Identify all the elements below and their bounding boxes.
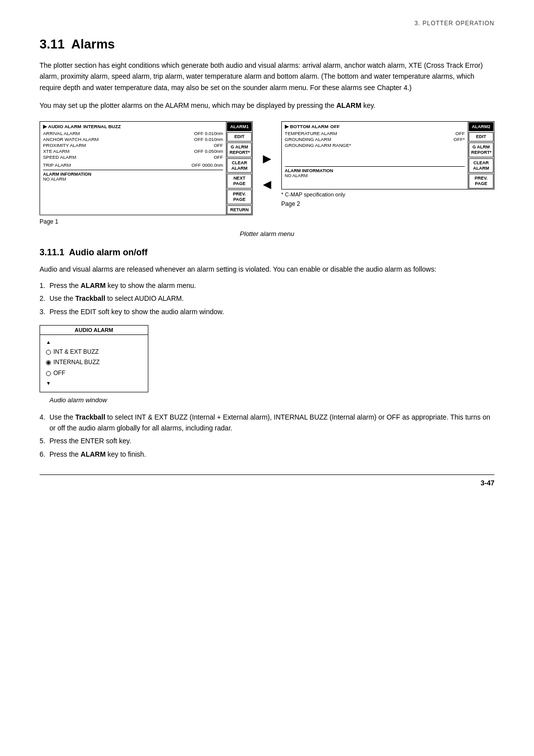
alarm1-row-speed: SPEED ALARM OFF xyxy=(43,154,223,160)
page2-label: Page 2 xyxy=(281,200,300,207)
page-number: 3-47 xyxy=(481,479,494,487)
alarm1-row-arrival: ARRIVAL ALARM OFF 0.010nm xyxy=(43,131,223,136)
arrow-left-icon: ◄ xyxy=(260,177,274,192)
alarm1-btn-next[interactable]: NEXTPAGE xyxy=(227,174,252,189)
alarm2-header-value: OFF xyxy=(330,124,340,129)
arrow-connector: ► ◄ xyxy=(253,151,281,192)
alarm1-btn-galrm[interactable]: G ALRMREPORT* xyxy=(227,142,252,157)
page-header: 3. PLOTTER OPERATION xyxy=(40,20,494,27)
alarm2-btn-title: ALARM2 xyxy=(469,122,493,132)
option-internal: INTERNAL BUZZ xyxy=(46,357,142,368)
alarm2-row-temp: TEMPERATURE ALARM OFF xyxy=(285,131,465,136)
subsection-title: 3.11.1 Audio alarm on/off xyxy=(40,247,494,258)
alarm2-btn-galrm[interactable]: G ALRMREPORT* xyxy=(469,142,493,157)
step-1: 1. Press the ALARM key to show the alarm… xyxy=(40,280,494,291)
radio-off xyxy=(46,371,51,376)
alarm1-row-trip: TRIP ALARM OFF 0000.0nm xyxy=(43,162,223,168)
arrow-up-indicator: ▲ xyxy=(46,338,142,347)
audio-alarm-window: AUDIO ALARM ▲ INT & EXT BUZZ INTERNAL BU… xyxy=(40,325,148,392)
step-4: 4. Use the Trackball to select INT & EXT… xyxy=(40,412,494,434)
alarm1-header-row: ▶ AUDIO ALARM INTERNAL BUZZ xyxy=(43,124,223,129)
alarm-menu-desc: You may set up the plotter alarms on the… xyxy=(40,100,494,111)
alarm2-row-grounding-range: GROUNDING ALARM RANGE* xyxy=(285,142,465,148)
subsection-description: Audio and visual alarms are released whe… xyxy=(40,264,494,275)
alarm2-header-row: ▶ BOTTOM ALARM OFF xyxy=(285,124,465,129)
arrow-down-indicator: ▼ xyxy=(46,379,142,388)
alarm2-info: ALARM INFORMATION NO ALARM xyxy=(285,166,465,178)
alarm-diagrams: ▶ AUDIO ALARM INTERNAL BUZZ ARRIVAL ALAR… xyxy=(40,121,494,226)
alarm1-row-anchor: ANCHOR WATCH ALARM OFF 0.010nm xyxy=(43,137,223,142)
intro-paragraph: The plotter section has eight conditions… xyxy=(40,60,494,93)
option-int-ext: INT & EXT BUZZ xyxy=(46,347,142,358)
alarm1-btn-title: ALARM1 xyxy=(227,122,252,132)
c-map-note: * C-MAP specification only xyxy=(281,191,345,197)
alarm2-buttons: ALARM2 EDIT G ALRMREPORT* CLEARALARM PRE… xyxy=(468,122,494,189)
alarm2-row-grounding: GROUNDING ALARM OFF* xyxy=(285,137,465,142)
radio-int-ext xyxy=(46,350,51,355)
alarm2-btn-prev[interactable]: PREV.PAGE xyxy=(469,174,493,189)
section-title: 3.11 Alarms xyxy=(40,37,494,52)
alarm1-row-xte: XTE ALARM OFF 0.050nm xyxy=(43,148,223,154)
alarm1-btn-prev[interactable]: PREV.PAGE xyxy=(227,189,252,204)
alarm1-main: ▶ AUDIO ALARM INTERNAL BUZZ ARRIVAL ALAR… xyxy=(40,122,226,215)
alarm1-btn-edit[interactable]: EDIT xyxy=(227,132,252,142)
diagram-caption: Plotter alarm menu xyxy=(40,230,494,237)
alarm2-btn-edit[interactable]: EDIT xyxy=(469,132,493,142)
step-3: 3. Press the EDIT soft key to show the a… xyxy=(40,306,494,317)
steps-list-1: 1. Press the ALARM key to show the alarm… xyxy=(40,280,494,317)
alarm-page1: ▶ AUDIO ALARM INTERNAL BUZZ ARRIVAL ALAR… xyxy=(40,121,253,226)
page-footer: 3-47 xyxy=(40,474,494,487)
radio-internal xyxy=(46,360,51,365)
arrow-right-icon: ► xyxy=(260,151,274,167)
alarm-page2: ▶ BOTTOM ALARM OFF TEMPERATURE ALARM OFF… xyxy=(281,121,494,207)
step-5: 5. Press the ENTER soft key. xyxy=(40,435,494,446)
alarm1-diagram: ▶ AUDIO ALARM INTERNAL BUZZ ARRIVAL ALAR… xyxy=(40,121,253,216)
alarm1-row-proximity: PROXIMITY ALARM OFF xyxy=(43,142,223,148)
step-2: 2. Use the Trackball to select AUDIO ALA… xyxy=(40,293,494,304)
alarm2-main: ▶ BOTTOM ALARM OFF TEMPERATURE ALARM OFF… xyxy=(282,122,468,189)
audio-alarm-title: AUDIO ALARM xyxy=(40,326,148,335)
audio-alarm-body: ▲ INT & EXT BUZZ INTERNAL BUZZ OFF ▼ xyxy=(40,335,148,392)
page1-label: Page 1 xyxy=(40,218,58,225)
alarm1-btn-clear[interactable]: CLEARALARM xyxy=(227,158,252,173)
alarm2-diagram: ▶ BOTTOM ALARM OFF TEMPERATURE ALARM OFF… xyxy=(281,121,494,189)
alarm1-header-value: INTERNAL BUZZ xyxy=(83,124,121,129)
step-6: 6. Press the ALARM key to finish. xyxy=(40,449,494,460)
steps-list-2: 4. Use the Trackball to select INT & EXT… xyxy=(40,412,494,460)
alarm1-info: ALARM INFORMATION NO ALARM xyxy=(43,170,223,182)
audio-caption: Audio alarm window xyxy=(40,396,494,404)
alarm2-btn-clear[interactable]: CLEARALARM xyxy=(469,158,493,173)
alarm1-header-label: ▶ AUDIO ALARM xyxy=(43,124,81,129)
alarm1-buttons: ALARM1 EDIT G ALRMREPORT* CLEARALARM NEX… xyxy=(226,122,252,215)
alarm2-header-label: ▶ BOTTOM ALARM xyxy=(285,124,328,129)
option-off: OFF xyxy=(46,368,142,379)
alarm1-btn-return[interactable]: RETURN xyxy=(227,205,252,215)
